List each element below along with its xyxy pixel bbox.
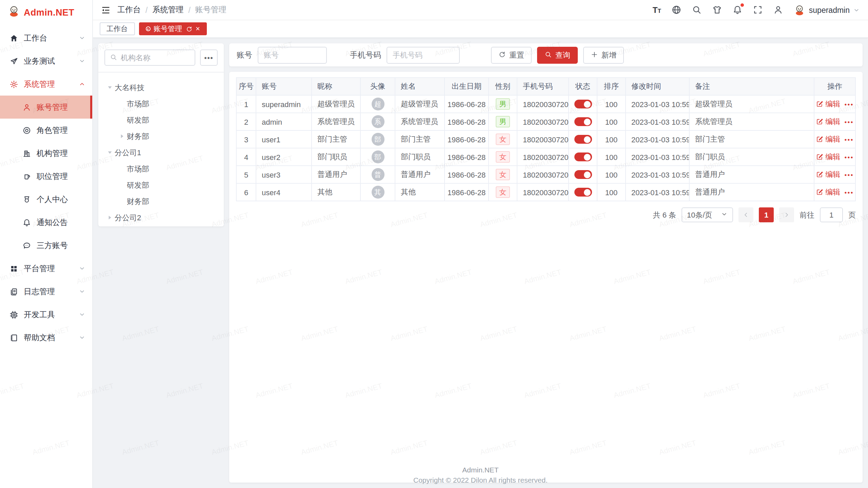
page-size-select[interactable]: 10条/页 xyxy=(682,207,733,222)
more-actions-button[interactable]: ●●● xyxy=(844,155,854,159)
cell-index: 4 xyxy=(236,148,256,166)
fullscreen-button[interactable] xyxy=(753,5,763,15)
status-toggle[interactable] xyxy=(574,153,592,162)
sidebar-item-系统管理[interactable]: 系统管理 xyxy=(0,73,92,96)
reset-button[interactable]: 重置 xyxy=(491,46,532,63)
person-button[interactable] xyxy=(773,5,783,15)
sidebar-item-label: 个人中心 xyxy=(37,194,85,204)
tab-工作台[interactable]: 工作台 xyxy=(100,22,135,35)
add-button[interactable]: 新增 xyxy=(583,46,624,63)
topbar-tools: TTsuperadmin xyxy=(653,4,860,16)
sidebar-item-账号管理[interactable]: 账号管理 xyxy=(0,96,92,119)
cell-remark: 超级管理员 xyxy=(689,95,814,113)
edit-button[interactable]: 编辑 xyxy=(816,117,840,127)
sidebar-item-label: 账号管理 xyxy=(37,102,83,112)
account-input[interactable] xyxy=(258,46,327,63)
notification-bell-button[interactable] xyxy=(732,5,743,15)
status-toggle[interactable] xyxy=(574,135,592,144)
edit-button[interactable]: 编辑 xyxy=(816,187,840,197)
more-actions-button[interactable]: ●●● xyxy=(844,137,854,141)
phone-input[interactable] xyxy=(387,46,460,63)
search-button[interactable]: 查询 xyxy=(537,46,578,63)
sidebar-item-label: 业务测试 xyxy=(24,56,73,66)
status-toggle[interactable] xyxy=(574,100,592,109)
cell-index: 6 xyxy=(236,183,256,201)
edit-button[interactable]: 编辑 xyxy=(816,99,840,109)
tree-node-财务部[interactable]: 财务部 xyxy=(101,193,221,209)
goto-page-input[interactable] xyxy=(820,207,843,222)
sidebar-item-业务测试[interactable]: 业务测试 xyxy=(0,49,92,73)
cell-sort: 100 xyxy=(597,166,626,183)
sidebar-item-机构管理[interactable]: 机构管理 xyxy=(0,142,92,165)
bell-icon xyxy=(22,218,31,227)
theme-shirt-button[interactable] xyxy=(712,5,722,15)
more-actions-button[interactable]: ●●● xyxy=(844,190,854,194)
user-menu[interactable]: superadmin xyxy=(793,4,860,16)
sidebar-item-个人中心[interactable]: 个人中心 xyxy=(0,188,92,211)
status-toggle[interactable] xyxy=(574,170,592,179)
pagination: 共 6 条 10条/页 1 前往 页 xyxy=(236,207,856,222)
current-page-button[interactable]: 1 xyxy=(759,207,774,222)
tree-node-研发部[interactable]: 研发部 xyxy=(101,177,221,193)
tree-node-市场部[interactable]: 市场部 xyxy=(101,96,221,112)
prev-page-button[interactable] xyxy=(738,207,753,222)
sidebar-item-平台管理[interactable]: 平台管理 xyxy=(0,257,92,280)
status-toggle[interactable] xyxy=(574,188,592,197)
menu-fold-icon[interactable] xyxy=(101,5,111,15)
tree-node-研发部[interactable]: 研发部 xyxy=(101,112,221,128)
cell-nickname: 系统管理员 xyxy=(312,113,360,130)
footer-copyright: Copyright © 2022 Dilon All rights reserv… xyxy=(93,475,868,485)
cell-account: user3 xyxy=(256,166,312,183)
sidebar-item-通知公告[interactable]: 通知公告 xyxy=(0,211,92,234)
sidebar-item-角色管理[interactable]: 角色管理 xyxy=(0,119,92,142)
breadcrumb-item[interactable]: 工作台 xyxy=(117,5,141,15)
search-button[interactable] xyxy=(692,5,702,15)
edit-icon xyxy=(816,171,823,178)
user-icon xyxy=(22,103,31,111)
edit-label: 编辑 xyxy=(825,99,840,109)
more-actions-button[interactable]: ●●● xyxy=(844,102,854,106)
tree-node-分公司1[interactable]: 分公司1 xyxy=(101,144,221,161)
notification-badge-dot xyxy=(741,3,744,7)
refresh-icon[interactable] xyxy=(185,25,192,32)
close-icon[interactable]: × xyxy=(196,25,200,33)
more-actions-button[interactable]: ●●● xyxy=(844,120,854,124)
cell-name: 其他 xyxy=(395,183,445,201)
sidebar-item-开发工具[interactable]: 开发工具 xyxy=(0,303,92,326)
sidebar-item-工作台[interactable]: 工作台 xyxy=(0,26,92,49)
tree-node-分公司2[interactable]: 分公司2 xyxy=(101,209,221,226)
cell-gender: 女 xyxy=(489,148,517,166)
language-button[interactable] xyxy=(671,5,682,15)
mascot-icon xyxy=(7,4,20,17)
tree-node-财务部[interactable]: 财务部 xyxy=(101,128,221,144)
sidebar-item-三方账号[interactable]: 三方账号 xyxy=(0,234,92,257)
page-size-value: 10条/页 xyxy=(687,210,712,220)
send-icon xyxy=(9,57,18,65)
more-actions-button[interactable]: ●●● xyxy=(844,172,854,177)
next-page-button[interactable] xyxy=(779,207,794,222)
cell-actions: 编辑●●● xyxy=(814,166,855,183)
cell-modified: 2023-01-03 10:59:44 xyxy=(626,166,689,183)
org-search-input[interactable] xyxy=(121,54,190,62)
tree-node-大名科技[interactable]: 大名科技 xyxy=(101,79,221,96)
org-search-box[interactable] xyxy=(104,49,195,66)
sidebar-item-职位管理[interactable]: 职位管理 xyxy=(0,165,92,188)
org-more-button[interactable]: ••• xyxy=(200,49,218,66)
edit-button[interactable]: 编辑 xyxy=(816,169,840,180)
theme-shirt-icon xyxy=(712,5,722,15)
breadcrumb-item[interactable]: 系统管理 xyxy=(152,5,183,15)
sidebar-item-日志管理[interactable]: 日志管理 xyxy=(0,280,92,303)
tree-node-市场部[interactable]: 市场部 xyxy=(101,161,221,177)
font-size-button[interactable]: TT xyxy=(653,6,661,14)
edit-button[interactable]: 编辑 xyxy=(816,134,840,144)
sidebar-menu: 工作台业务测试系统管理账号管理角色管理机构管理职位管理个人中心通知公告三方账号平… xyxy=(0,24,92,488)
sidebar: Admin.NET 工作台业务测试系统管理账号管理角色管理机构管理职位管理个人中… xyxy=(0,0,93,488)
person-icon xyxy=(773,5,783,15)
sidebar-submenu: 账号管理角色管理机构管理职位管理个人中心通知公告三方账号 xyxy=(0,96,92,257)
sidebar-item-帮助文档[interactable]: 帮助文档 xyxy=(0,326,92,349)
status-toggle[interactable] xyxy=(574,118,592,126)
cell-index: 3 xyxy=(236,130,256,148)
edit-button[interactable]: 编辑 xyxy=(816,152,840,162)
tab-账号管理[interactable]: 账号管理× xyxy=(139,22,207,35)
edit-icon xyxy=(816,136,823,143)
